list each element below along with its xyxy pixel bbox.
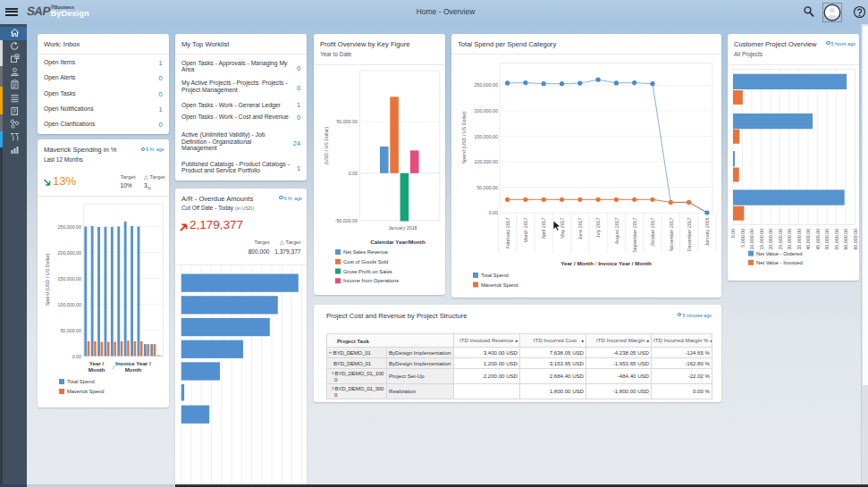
svg-text:July 2017: July 2017: [595, 217, 601, 238]
svg-text:55,000.00: 55,000.00: [834, 229, 839, 250]
svg-text:50,000.00: 50,000.00: [824, 229, 830, 250]
svg-text:100,000.00: 100,000.00: [474, 159, 498, 164]
svg-text:Income from Operations: Income from Operations: [343, 278, 399, 283]
svg-text:(USD / US Dollar): (USD / US Dollar): [324, 127, 329, 164]
svg-text:30,000.00: 30,000.00: [787, 229, 792, 250]
svg-text:Total Spend: Total Spend: [481, 273, 509, 278]
svg-text:50,000.00: 50,000.00: [476, 185, 498, 190]
svg-text:Maverick Spend: Maverick Spend: [67, 389, 105, 394]
svg-text:Gross Profit on Sales: Gross Profit on Sales: [343, 269, 392, 274]
svg-text:0.00: 0.00: [72, 354, 81, 359]
svg-text:Invoice Year /: Invoice Year /: [115, 360, 151, 366]
svg-text:150,000.00: 150,000.00: [57, 276, 81, 281]
svg-text:Month: Month: [88, 366, 105, 373]
svg-text:September 2017: September 2017: [632, 217, 637, 252]
svg-text:Total Spend: Total Spend: [67, 379, 95, 384]
svg-text:February 2017: February 2017: [505, 217, 510, 248]
svg-text:0.00: 0.00: [489, 210, 498, 215]
svg-text:150,000.00: 150,000.00: [474, 134, 498, 139]
svg-text:April 2017: April 2017: [541, 217, 546, 239]
svg-text:65,000.00: 65,000.00: [853, 229, 858, 250]
svg-text:December 2017: December 2017: [687, 217, 692, 251]
svg-text:October 2017: October 2017: [650, 217, 655, 246]
svg-text:0.00: 0.00: [349, 171, 358, 176]
svg-text:15,000.00: 15,000.00: [759, 229, 764, 250]
svg-text:250,000.00: 250,000.00: [474, 82, 498, 88]
svg-text:January 2018: January 2018: [704, 217, 710, 246]
svg-text:200,000.00: 200,000.00: [474, 108, 498, 113]
svg-text:5,000.00: 5,000.00: [740, 229, 746, 248]
svg-text:Net Sales Revenue: Net Sales Revenue: [343, 249, 388, 255]
svg-text:/: /: [113, 364, 114, 370]
svg-text:60,000.00: 60,000.00: [843, 229, 848, 250]
svg-text:Spend (USD / US Dollar): Spend (USD / US Dollar): [45, 253, 50, 306]
svg-text:20,000.00: 20,000.00: [768, 229, 773, 250]
svg-text:August 2017: August 2017: [614, 217, 619, 244]
svg-text:Year / Month / Invoice Year /: Year / Month / Invoice Year / Month: [560, 260, 652, 266]
svg-text:Net Value - Ordered: Net Value - Ordered: [756, 251, 802, 256]
svg-text:100,000.00: 100,000.00: [57, 302, 81, 307]
svg-text:Calendar Year/Month: Calendar Year/Month: [370, 239, 426, 245]
svg-text:Maverick Spend: Maverick Spend: [481, 282, 518, 288]
svg-text:50,000.00: 50,000.00: [60, 328, 81, 333]
svg-text:Month: Month: [125, 366, 142, 373]
svg-text:-50,000.00: -50,000.00: [335, 218, 358, 223]
svg-text:November 2017: November 2017: [669, 217, 674, 251]
svg-text:250,000.00: 250,000.00: [57, 224, 81, 230]
svg-text:40,000.00: 40,000.00: [805, 229, 811, 250]
svg-text:35,000.00: 35,000.00: [796, 229, 802, 250]
svg-text:June 2017: June 2017: [577, 217, 583, 239]
svg-text:March 2017: March 2017: [523, 217, 528, 242]
svg-text:10,000.00: 10,000.00: [749, 229, 754, 250]
svg-text:25,000.00: 25,000.00: [778, 229, 783, 250]
svg-text:January 2018: January 2018: [388, 225, 417, 231]
svg-text:Net Value - Invoiced: Net Value - Invoiced: [756, 260, 803, 265]
svg-text:Year /: Year /: [89, 360, 105, 366]
svg-text:200,000.00: 200,000.00: [57, 250, 81, 256]
svg-text:50,000.00: 50,000.00: [336, 119, 358, 124]
svg-text:Spend (USD / US Dollar): Spend (USD / US Dollar): [461, 111, 467, 164]
svg-text:0.00: 0.00: [730, 229, 736, 238]
svg-text:Cost of Goods Sold: Cost of Goods Sold: [343, 259, 388, 264]
svg-text:45,000.00: 45,000.00: [815, 229, 821, 250]
